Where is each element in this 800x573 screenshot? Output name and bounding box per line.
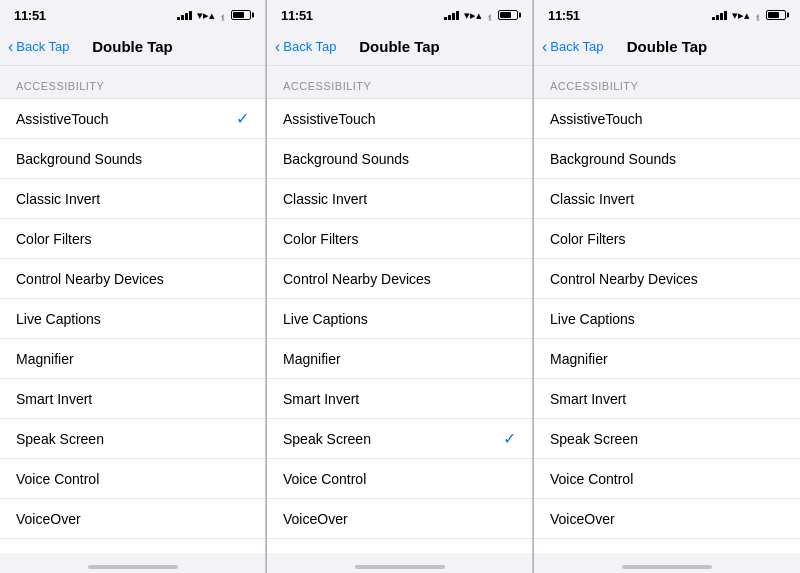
content-area: ACCESSIBILITY AssistiveTouch Background … — [267, 66, 532, 553]
list-item[interactable]: Background Sounds — [534, 139, 800, 179]
list-item-label: Classic Invert — [16, 191, 100, 207]
list-item[interactable]: Live Captions — [534, 299, 800, 339]
list-item[interactable]: Control Nearby Devices — [267, 259, 532, 299]
page-title: Double Tap — [359, 38, 440, 55]
list-item[interactable]: Control Nearby Devices — [0, 259, 265, 299]
back-label: Back Tap — [283, 39, 336, 54]
list-item-label: Smart Invert — [283, 391, 359, 407]
list-item[interactable]: Magnifier — [0, 339, 265, 379]
home-indicator — [267, 553, 532, 573]
list-item[interactable]: AssistiveTouch — [534, 99, 800, 139]
list-item-label: Control Nearby Devices — [16, 271, 164, 287]
list-item[interactable]: AssistiveTouch ✓ — [0, 99, 265, 139]
home-bar — [88, 565, 178, 569]
wifi-icon: ⍷ — [220, 10, 226, 21]
phone-panel-3: 11:51 ▾▸▴ ⍷ ‹ Back Tap Double Tap ACCESS… — [534, 0, 800, 573]
status-time: 11:51 — [548, 8, 580, 23]
list-item[interactable]: Classic Invert — [534, 179, 800, 219]
status-bar: 11:51 ▾▸▴ ⍷ — [267, 0, 532, 28]
list-item[interactable]: Color Filters — [534, 219, 800, 259]
list-item-label: VoiceOver — [16, 511, 81, 527]
back-button[interactable]: ‹ Back Tap — [8, 39, 70, 55]
list-item[interactable]: Magnifier — [534, 339, 800, 379]
list-item[interactable]: Voice Control — [0, 459, 265, 499]
list-item[interactable]: Smart Invert — [534, 379, 800, 419]
list-item-label: Speak Screen — [550, 431, 638, 447]
back-button[interactable]: ‹ Back Tap — [275, 39, 337, 55]
home-indicator — [0, 553, 265, 573]
wifi-icon: ▾▸▴ — [464, 9, 482, 22]
list-item[interactable]: Speak Screen — [534, 419, 800, 459]
list-item-label: AssistiveTouch — [16, 111, 109, 127]
list-item[interactable]: Voice Control — [267, 459, 532, 499]
nav-bar: ‹ Back Tap Double Tap — [0, 28, 265, 66]
chevron-left-icon: ‹ — [8, 39, 13, 55]
list-item[interactable]: Background Sounds — [0, 139, 265, 179]
page-title: Double Tap — [92, 38, 173, 55]
list-item[interactable]: Live Captions — [0, 299, 265, 339]
list-item[interactable]: Live Captions — [267, 299, 532, 339]
list-item-label: Color Filters — [16, 231, 91, 247]
accessibility-section-header: ACCESSIBILITY — [267, 66, 532, 98]
list-item-label: Color Filters — [550, 231, 625, 247]
accessibility-section-header: ACCESSIBILITY — [534, 66, 800, 98]
back-label: Back Tap — [550, 39, 603, 54]
list-item[interactable]: Smart Invert — [267, 379, 532, 419]
list-item-label: Background Sounds — [283, 151, 409, 167]
signal-icon — [444, 10, 459, 20]
list-item[interactable]: Background Sounds — [267, 139, 532, 179]
content-area: ACCESSIBILITY AssistiveTouch ✓ Backgroun… — [0, 66, 265, 553]
phone-panel-2: 11:51 ▾▸▴ ⍷ ‹ Back Tap Double Tap ACCESS… — [267, 0, 533, 573]
list-item-label: AssistiveTouch — [550, 111, 643, 127]
checkmark-icon: ✓ — [236, 109, 249, 128]
nav-bar: ‹ Back Tap Double Tap — [267, 28, 532, 66]
nav-bar: ‹ Back Tap Double Tap — [534, 28, 800, 66]
list-item-label: Smart Invert — [550, 391, 626, 407]
checkmark-icon: ✓ — [503, 429, 516, 448]
list-item[interactable]: VoiceOver — [267, 499, 532, 539]
list-item-label: Background Sounds — [550, 151, 676, 167]
list-item-label: Smart Invert — [16, 391, 92, 407]
list-item-label: Magnifier — [16, 351, 74, 367]
status-time: 11:51 — [281, 8, 313, 23]
list-item[interactable]: Zoom ✓ — [534, 539, 800, 553]
accessibility-list: AssistiveTouch Background Sounds Classic… — [267, 98, 532, 553]
home-bar — [355, 565, 445, 569]
status-time: 11:51 — [14, 8, 46, 23]
list-item[interactable]: Color Filters — [0, 219, 265, 259]
accessibility-list: AssistiveTouch ✓ Background Sounds Class… — [0, 98, 265, 553]
list-item[interactable]: AssistiveTouch — [267, 99, 532, 139]
signal-icon — [712, 10, 727, 20]
home-bar — [622, 565, 712, 569]
list-item[interactable]: Control Nearby Devices — [534, 259, 800, 299]
list-item[interactable]: Classic Invert — [0, 179, 265, 219]
signal-icon — [177, 10, 192, 20]
list-item[interactable]: VoiceOver — [534, 499, 800, 539]
list-item[interactable]: VoiceOver — [0, 499, 265, 539]
back-button[interactable]: ‹ Back Tap — [542, 39, 604, 55]
status-icons: ▾▸▴ ⍷ — [712, 9, 786, 22]
list-item[interactable]: Color Filters — [267, 219, 532, 259]
list-item-label: Voice Control — [16, 471, 99, 487]
list-item[interactable]: Speak Screen ✓ — [267, 419, 532, 459]
list-item[interactable]: Zoom — [0, 539, 265, 553]
list-item-label: Magnifier — [550, 351, 608, 367]
list-item[interactable]: Smart Invert — [0, 379, 265, 419]
chevron-left-icon: ‹ — [275, 39, 280, 55]
accessibility-list: AssistiveTouch Background Sounds Classic… — [534, 98, 800, 553]
list-item[interactable]: Voice Control — [534, 459, 800, 499]
list-item-label: Live Captions — [16, 311, 101, 327]
page-title: Double Tap — [627, 38, 708, 55]
list-item-label: Speak Screen — [283, 431, 371, 447]
wifi-icon: ▾▸▴ — [197, 9, 215, 22]
list-item[interactable]: Magnifier — [267, 339, 532, 379]
list-item-label: Background Sounds — [16, 151, 142, 167]
list-item[interactable]: Classic Invert — [267, 179, 532, 219]
list-item[interactable]: Speak Screen — [0, 419, 265, 459]
list-item-label: Magnifier — [283, 351, 341, 367]
chevron-left-icon: ‹ — [542, 39, 547, 55]
list-item[interactable]: Zoom — [267, 539, 532, 553]
list-item-label: VoiceOver — [550, 511, 615, 527]
home-indicator — [534, 553, 800, 573]
status-icons: ▾▸▴ ⍷ — [177, 9, 251, 22]
